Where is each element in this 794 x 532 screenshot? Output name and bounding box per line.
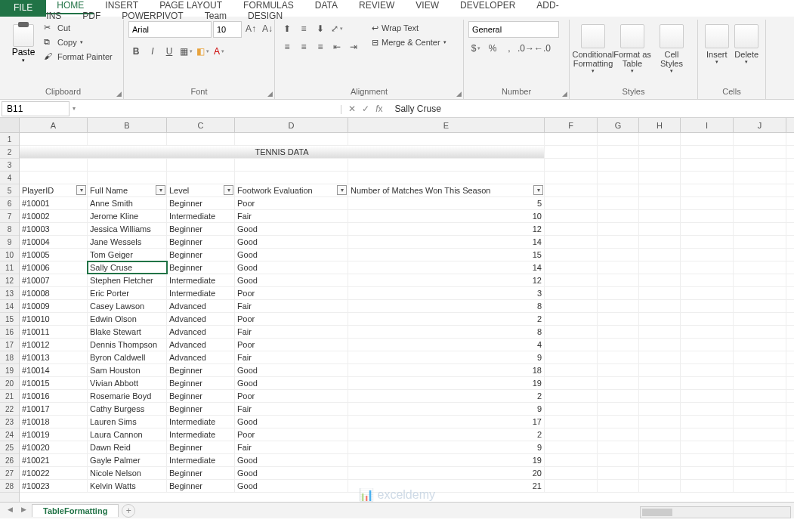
cell[interactable] [734,364,786,376]
cell[interactable]: Fair [235,441,348,453]
cell[interactable] [348,133,545,145]
row-header[interactable]: 22 [0,403,19,416]
row-header[interactable]: 4 [0,172,19,184]
cell[interactable] [545,480,598,492]
row-header[interactable]: 7 [0,210,19,223]
cell[interactable] [681,236,734,248]
cell[interactable] [681,146,734,158]
col-header-G[interactable]: G [598,118,639,132]
cell[interactable] [598,326,639,338]
row-header[interactable]: 8 [0,223,19,236]
cell[interactable] [681,351,734,363]
cell[interactable]: #10015 [20,377,88,389]
cell[interactable]: Blake Stewart [88,326,167,338]
cell[interactable]: #10012 [20,339,88,351]
filter-arrow-icon[interactable]: ▾ [156,185,165,195]
cell[interactable]: 2 [348,313,545,325]
format-painter-button[interactable]: 🖌Format Painter [41,50,116,63]
cell[interactable] [639,326,681,338]
tab-review[interactable]: REVIEW [348,0,405,13]
row-header[interactable]: 5 [0,184,19,197]
cell[interactable] [545,249,598,261]
cell[interactable]: Beginner [167,377,235,389]
cell[interactable] [734,159,786,171]
cell[interactable]: #10021 [20,454,88,466]
border-button[interactable]: ▦ [178,44,193,59]
underline-button[interactable]: U [162,44,177,59]
cell[interactable]: Good [235,416,348,428]
cell[interactable] [734,146,786,158]
cell[interactable] [20,159,88,171]
cell[interactable] [88,133,167,145]
cell[interactable]: 9 [348,351,545,363]
cell[interactable]: Stephen Fletcher [88,274,167,286]
cell[interactable] [598,146,639,158]
cell[interactable] [734,326,786,338]
cell[interactable] [598,339,639,351]
cell[interactable] [734,313,786,325]
row-header[interactable]: 24 [0,428,19,441]
number-format-select[interactable] [468,21,559,38]
cell[interactable] [681,261,734,274]
table-header[interactable]: Number of Matches Won This Season▾ [348,184,545,196]
col-header-C[interactable]: C [167,118,235,132]
cell[interactable] [639,467,681,479]
cell[interactable]: #10004 [20,236,88,248]
cell[interactable]: Beginner [167,261,235,274]
cell[interactable]: 8 [348,300,545,312]
table-header[interactable]: PlayerID▾ [20,184,88,196]
row-header[interactable]: 25 [0,441,19,454]
cell[interactable]: Beginner [167,467,235,479]
cell[interactable] [734,467,786,479]
cell[interactable]: Good [235,377,348,389]
cell[interactable] [545,390,598,402]
cell-styles-button[interactable]: CellStyles▾ [653,21,691,74]
cell[interactable] [681,184,734,196]
row-header[interactable]: 21 [0,390,19,403]
cell[interactable]: Fair [235,210,348,222]
cell[interactable]: #10013 [20,351,88,363]
tab-data[interactable]: DATA [304,0,348,13]
cell[interactable] [639,313,681,325]
cell[interactable] [545,326,598,338]
cell[interactable]: Casey Lawson [88,300,167,312]
cell[interactable]: Beginner [167,236,235,248]
align-top-button[interactable]: ⬆ [280,21,295,36]
cell[interactable] [681,441,734,453]
align-middle-button[interactable]: ≡ [296,21,311,36]
cell[interactable]: #10023 [20,480,88,492]
cell[interactable]: Jerome Kline [88,210,167,222]
cell[interactable] [639,416,681,428]
cell[interactable] [681,428,734,441]
cancel-icon[interactable]: ✕ [348,104,356,114]
dialog-launcher-icon[interactable]: ◢ [116,90,122,97]
cell[interactable] [598,441,639,453]
row-header[interactable]: 18 [0,351,19,364]
row-header[interactable]: 10 [0,249,19,261]
col-header-E[interactable]: E [348,118,545,132]
cell[interactable] [734,236,786,248]
cell[interactable] [734,172,786,184]
cell[interactable]: 19 [348,377,545,389]
cell[interactable]: Poor [235,390,348,402]
table-title[interactable]: TENNIS DATA [20,146,545,158]
cell[interactable] [545,377,598,389]
cell[interactable]: Good [235,467,348,479]
cell[interactable] [598,236,639,248]
cell[interactable]: 12 [348,223,545,235]
cell[interactable] [598,377,639,389]
cell[interactable] [639,197,681,209]
cell[interactable] [598,159,639,171]
cell[interactable]: Good [235,454,348,466]
cell[interactable] [734,133,786,145]
align-bottom-button[interactable]: ⬇ [313,21,328,36]
align-left-button[interactable]: ≡ [280,39,295,54]
font-color-button[interactable]: A [212,44,227,59]
cell[interactable] [20,133,88,145]
cell[interactable]: Poor [235,428,348,441]
cell[interactable]: Good [235,223,348,235]
cell[interactable] [598,351,639,363]
cell[interactable] [734,249,786,261]
cell[interactable]: Poor [235,313,348,325]
cell[interactable] [734,416,786,428]
